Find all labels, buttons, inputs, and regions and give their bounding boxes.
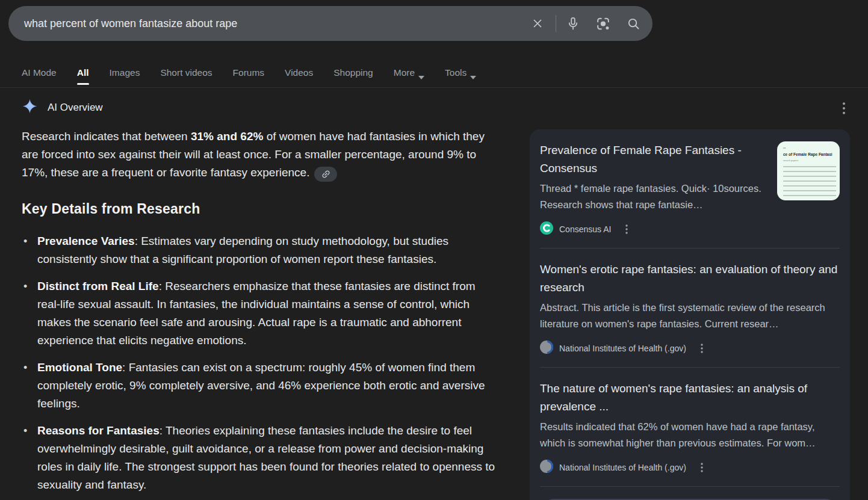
kebab-menu-icon[interactable] — [697, 343, 707, 354]
sources-panel: Prevalence of Female Rape Fantasies - Co… — [530, 129, 850, 500]
tab-ai-mode[interactable]: AI Mode — [22, 58, 57, 87]
search-bar-divider — [556, 15, 556, 32]
search-bar[interactable]: what percent of women fantasize about ra… — [8, 6, 653, 41]
source-name[interactable]: Consensus AI — [559, 224, 611, 234]
tab-shopping[interactable]: Shopping — [333, 58, 373, 87]
key-details-heading: Key Details from Research — [22, 201, 500, 217]
ai-overview-paragraph: Research indicates that between 31% and … — [22, 128, 500, 182]
source-card-title[interactable]: The nature of women's rape fantasies: an… — [540, 380, 840, 416]
nih-logo-icon — [540, 460, 553, 475]
link-icon — [318, 167, 333, 181]
source-card-title[interactable]: Women's erotic rape fantasies: an evalua… — [540, 261, 840, 297]
source-card-nih-1: Women's erotic rape fantasies: an evalua… — [540, 248, 840, 368]
ai-overview-body: Research indicates that between 31% and … — [22, 128, 500, 500]
thumbnail-text-lines — [783, 166, 836, 197]
source-link-chip[interactable] — [314, 167, 337, 182]
source-name[interactable]: National Institutes of Health (.gov) — [559, 344, 686, 353]
tab-images[interactable]: Images — [110, 58, 140, 87]
google-lens-icon[interactable] — [596, 16, 610, 31]
tab-all[interactable]: All — [77, 58, 89, 87]
kebab-menu-icon[interactable] — [622, 224, 631, 235]
list-item: Emotional Tone: Fantasies can exist on a… — [22, 359, 500, 413]
tab-more[interactable]: More — [394, 58, 424, 87]
list-item: Distinct from Real Life: Researchers emp… — [22, 277, 500, 350]
kebab-menu-icon[interactable] — [697, 462, 707, 473]
list-item: Reasons for Fantasies: Theories explaini… — [22, 422, 500, 494]
list-item: Prevalence Varies: Estimates vary depend… — [22, 232, 500, 268]
source-card-snippet: Abstract. This article is the first syst… — [540, 300, 840, 332]
ai-overview-label: AI Overview — [48, 102, 103, 114]
chevron-down-icon — [418, 71, 424, 75]
source-card-consensus: Prevalence of Female Rape Fantasies - Co… — [540, 129, 840, 248]
source-card-snippet: Thread * female rape fantasies. Quick· 1… — [540, 181, 769, 213]
tab-short-videos[interactable]: Short videos — [160, 58, 212, 87]
close-icon[interactable] — [530, 16, 545, 31]
source-card-nih-2: The nature of women's rape fantasies: an… — [540, 368, 840, 487]
tab-videos[interactable]: Videos — [285, 58, 313, 87]
results-tabs-bar: AI Mode All Images Short videos Forums V… — [0, 58, 868, 88]
source-card-title[interactable]: Prevalence of Female Rape Fantasies - Co… — [540, 141, 769, 177]
tab-tools[interactable]: Tools — [445, 58, 476, 87]
sparkle-icon — [22, 98, 38, 117]
consensus-logo-icon — [540, 221, 553, 237]
tab-forums[interactable]: Forums — [233, 58, 265, 87]
ai-overview-header: AI Overview — [22, 98, 103, 117]
nih-logo-icon — [540, 341, 553, 356]
chevron-down-icon — [470, 71, 476, 75]
active-tab-underline — [77, 83, 89, 85]
source-name[interactable]: National Institutes of Health (.gov) — [559, 463, 686, 472]
microphone-icon[interactable] — [566, 16, 580, 31]
kebab-menu-icon[interactable] — [837, 100, 851, 116]
show-all-container: Show all — [540, 487, 840, 500]
source-thumbnail[interactable]: us ce of Female Rape Fantasi search pape… — [777, 141, 840, 200]
source-card-snippet: Results indicated that 62% of women have… — [540, 419, 840, 451]
key-details-list: Prevalence Varies: Estimates vary depend… — [22, 232, 500, 494]
search-input[interactable]: what percent of women fantasize about ra… — [24, 17, 530, 30]
search-icon[interactable] — [626, 16, 640, 31]
